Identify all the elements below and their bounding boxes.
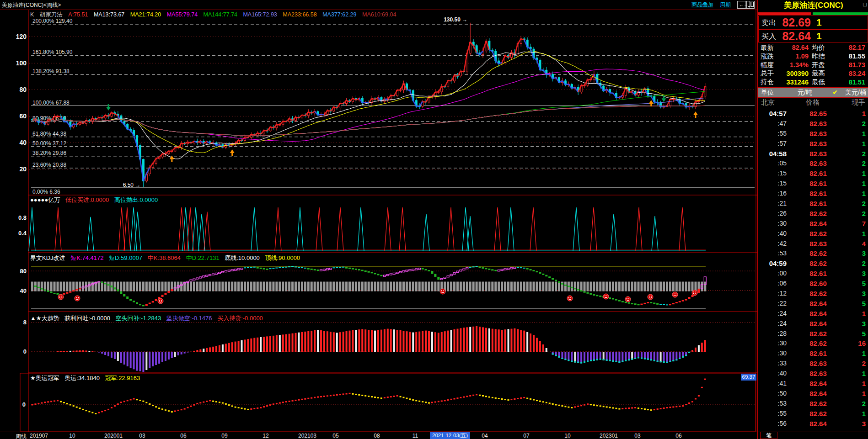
tick-qty: 1	[862, 370, 866, 377]
tick-price: 82.61	[787, 180, 850, 187]
tick-qty: 2	[862, 360, 866, 367]
dqs-title: ▲★大趋势	[30, 315, 59, 322]
tick-price: 82.61	[787, 169, 850, 177]
tick-price: 82.62	[787, 410, 850, 418]
tick-row: :3382.632	[758, 360, 868, 370]
buy-ratio-segment	[813, 12, 868, 15]
tick-time: :57	[758, 140, 787, 147]
panel-kdj: 8040	[20, 266, 755, 309]
bid-qty: 1	[816, 31, 822, 42]
strategy-name-label: 胡家刀法	[40, 11, 63, 18]
open-interest-label: 持仓	[758, 78, 777, 86]
axis-date-label: 08	[363, 433, 391, 439]
svg-text:120: 120	[16, 33, 27, 40]
panel-dqs: 80	[23, 319, 755, 372]
tick-row: :1282.623	[758, 290, 868, 300]
unit-selector-row: 单位 元/吨 ✔ 美元/桶	[758, 87, 868, 98]
tick-list[interactable]: 04:5782.651:4782.632:5582.631:5782.63104…	[758, 110, 868, 430]
svg-text:38.20% 29.86: 38.20% 29.86	[32, 150, 66, 156]
smiley-buy-icon	[75, 296, 80, 301]
quote-panel-footer: 笔	[758, 432, 868, 439]
tick-time: :15	[758, 169, 787, 177]
svg-text:80: 80	[20, 268, 27, 275]
trading-terminal-window: 美原油连(CONC)<周线> 商品叠加 周期 ← → K 胡家刀法 A:75.5…	[0, 0, 868, 439]
tick-price: 82.62	[787, 400, 850, 407]
tick-time: :05	[758, 159, 787, 167]
tick-row: :5782.631	[758, 140, 868, 150]
tick-row: :4282.634	[758, 240, 868, 250]
tick-row: :2482.641	[758, 310, 868, 320]
svg-text:50.00% 37.12: 50.00% 37.12	[32, 140, 66, 147]
chart-area: 美原油连(CONC)<周线> 商品叠加 周期 ← → K 胡家刀法 A:75.5…	[0, 0, 757, 439]
axis-date-label: 07	[513, 433, 540, 439]
tick-qty-header: 现手	[852, 98, 865, 107]
latest-value: 82.64	[777, 44, 809, 51]
axis-date-label: 06	[665, 433, 692, 439]
pct-label: 幅度	[758, 61, 777, 69]
smiley-buy-icon	[440, 289, 445, 294]
change-value: 1.09	[777, 53, 809, 60]
unit-option-usd[interactable]: 美元/桶	[845, 89, 866, 97]
svg-text:100: 100	[16, 59, 27, 67]
trend-ribbon	[32, 39, 705, 181]
high-value: 83.24	[830, 70, 866, 77]
tick-qty: 1	[862, 130, 866, 138]
tick-time: :42	[758, 240, 787, 247]
tick-time: 04:57	[758, 110, 787, 117]
unit-label: 单位	[761, 89, 774, 97]
chart-canvas[interactable]: 12010080604020200.00% 129.40161.80% 105.…	[0, 0, 757, 432]
volume-value: 300390	[777, 70, 809, 77]
axis-date-label: 202301	[595, 433, 622, 439]
tick-qty: 1	[862, 140, 866, 148]
panel-yiwan-header: ●●●●●亿万 低位买进:0.0000 高位抛出:0.0000	[30, 196, 161, 204]
svg-text:100.00% 67.88: 100.00% 67.88	[32, 100, 70, 106]
tick-qty: 2	[862, 210, 866, 217]
chart-type-label: K	[30, 11, 34, 18]
low-label: 最低	[809, 78, 830, 86]
tick-qty: 5	[862, 280, 866, 287]
tick-row: :4082.631	[758, 370, 868, 380]
quote-stats: 最新 82.64 均价 82.17 涨跌 1.09 昨结 81.55 幅度 1.…	[758, 43, 868, 86]
tab-bi[interactable]: 笔	[760, 432, 777, 439]
sell-ratio-segment	[758, 12, 811, 15]
tick-qty: 2	[862, 200, 866, 207]
tick-price: 82.64	[787, 380, 850, 387]
tick-row: :4182.641	[758, 380, 868, 390]
tick-time: :41	[758, 380, 787, 387]
tick-price: 82.61	[787, 200, 850, 207]
tick-price: 82.62	[787, 230, 850, 238]
tick-qty: 5	[862, 300, 866, 307]
peak-price-label: 130.50 →	[444, 16, 467, 23]
panel-aoyun-header: ★奥运冠军 奥运:34.1840 冠军:22.9163	[30, 374, 144, 382]
open-value: 81.73	[830, 61, 866, 69]
aoyun-i1-label: 奥运:34.1840	[64, 375, 100, 381]
tick-list-header: 北京 价格 现手	[758, 98, 868, 108]
tick-price: 82.60	[787, 280, 850, 287]
prev-settle-value: 81.55	[830, 53, 866, 60]
bid-row[interactable]: 买入 82.64 1	[759, 30, 868, 42]
low-value: 81.51	[830, 79, 866, 86]
tick-qty: 1	[862, 310, 866, 317]
unit-option-yuan[interactable]: 元/吨	[787, 89, 823, 97]
tick-row: :1682.611	[758, 190, 868, 200]
axis-date-label: 05	[322, 433, 349, 439]
avg-label: 均价	[809, 43, 830, 52]
tick-time: :30	[758, 349, 787, 357]
tick-price: 82.64	[787, 420, 850, 428]
tick-row: :3082.647	[758, 220, 868, 230]
tick-qty: 1	[862, 169, 866, 177]
time-axis[interactable]: 周线 2019071020200103060912202103050811040…	[0, 432, 757, 439]
maximize-icon[interactable]: □	[863, 1, 867, 8]
ask-row[interactable]: 卖出 82.69 1	[759, 16, 868, 30]
tick-time: :53	[758, 249, 787, 257]
svg-text:0.4: 0.4	[18, 230, 27, 237]
tick-price: 82.63	[787, 150, 850, 158]
tick-price: 82.63	[787, 370, 850, 377]
tick-time: :56	[758, 420, 787, 427]
svg-text:40: 40	[19, 139, 27, 146]
yiwan-title: ●●●●●亿万	[30, 196, 60, 203]
smiley-buy-icon	[625, 296, 631, 302]
axis-date-label: 06	[170, 433, 197, 439]
kdj-d1-label: 短D:59.0007	[109, 254, 142, 261]
tick-time: :15	[758, 180, 787, 187]
